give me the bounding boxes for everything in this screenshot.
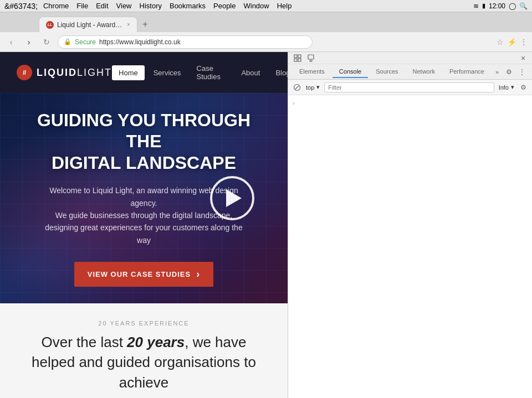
address-bar: ‹ › ↻ 🔒 Secure https://www.liquidlight.c…: [0, 32, 532, 52]
nav-case-studies[interactable]: Case Studies: [190, 61, 233, 84]
console-filter-input[interactable]: [324, 82, 494, 92]
devtools-tab-console[interactable]: Console: [332, 66, 368, 78]
mac-menubar: &#63743; Chrome File Edit View History B…: [0, 0, 532, 12]
site-header: ll LIQUIDLIGHT Home Services Case Studie…: [0, 52, 288, 93]
menu-bookmarks[interactable]: Bookmarks: [170, 2, 206, 10]
reload-button[interactable]: ↻: [40, 35, 53, 49]
menu-people[interactable]: People: [213, 2, 236, 10]
browser-menu-icon[interactable]: ⋮: [520, 38, 528, 46]
svg-rect-0: [294, 55, 297, 58]
console-context-dropdown-icon: ▾: [316, 84, 320, 91]
cta-button[interactable]: VIEW OUR CASE STUDIES ›: [74, 262, 213, 287]
console-prompt[interactable]: ›: [293, 100, 528, 106]
secure-label: Secure: [75, 38, 96, 46]
device-toggle-button[interactable]: [306, 53, 316, 63]
new-tab-button[interactable]: +: [137, 17, 153, 32]
console-level-selector[interactable]: Info ▾: [499, 84, 514, 91]
devtools-more-tabs[interactable]: »: [492, 66, 502, 77]
menu-view[interactable]: View: [116, 2, 132, 10]
years-experience-label: 20 YEARS EXPERIENCE: [22, 320, 265, 327]
console-level-dropdown-icon: ▾: [511, 84, 514, 91]
close-devtools-button[interactable]: ×: [519, 54, 528, 63]
years-emphasis: 20 years: [127, 334, 185, 350]
svg-rect-4: [308, 55, 314, 59]
console-context-label: top: [306, 84, 314, 91]
clock: 12:00: [489, 2, 505, 10]
user-icon: ◯: [509, 2, 516, 10]
console-content: ›: [288, 95, 532, 398]
menu-bar-items: Chrome File Edit View History Bookmarks …: [43, 2, 292, 10]
browser-window: LL Liquid Light - Award winning ... × + …: [0, 12, 532, 398]
website-area: ll LIQUIDLIGHT Home Services Case Studie…: [0, 52, 288, 398]
main-content: ll LIQUIDLIGHT Home Services Case Studie…: [0, 52, 532, 398]
menu-window[interactable]: Window: [243, 2, 269, 10]
svg-rect-3: [298, 59, 301, 61]
forward-button[interactable]: ›: [22, 35, 35, 49]
console-toolbar: top ▾ Info ▾ ⚙: [288, 80, 532, 95]
console-clear-button[interactable]: [293, 83, 301, 92]
below-fold-section: 20 YEARS EXPERIENCE Over the last 20 yea…: [0, 303, 288, 398]
menu-history[interactable]: History: [140, 2, 162, 10]
tab-bar: LL Liquid Light - Award winning ... × +: [0, 12, 532, 32]
menu-file[interactable]: File: [76, 2, 88, 10]
svg-rect-1: [298, 55, 301, 58]
logo-icon: ll: [17, 65, 32, 80]
logo-text: LIQUIDLIGHT: [37, 67, 112, 79]
hero-section: GUIDING YOU THROUGH THE DIGITAL LANDSCAP…: [0, 93, 288, 303]
play-video-button[interactable]: [210, 176, 254, 220]
years-text: Over the last 20 years, we have helped a…: [22, 332, 265, 392]
devtools-tab-elements[interactable]: Elements: [293, 66, 331, 78]
site-logo: ll LIQUIDLIGHT: [17, 65, 112, 80]
cta-chevron-icon: ›: [196, 268, 200, 280]
site-nav: Home Services Case Studies About Blog Co…: [112, 61, 288, 84]
nav-home[interactable]: Home: [112, 65, 145, 80]
devtools-panel: × Elements Console Sources Network Perfo…: [288, 52, 532, 398]
secure-icon: 🔒: [64, 38, 71, 45]
play-triangle-icon: [226, 189, 242, 207]
console-level-label: Info: [499, 84, 509, 91]
console-context-selector[interactable]: top ▾: [306, 84, 320, 91]
tab-bar-container: LL Liquid Light - Award winning ... × +: [0, 12, 532, 32]
devtools-settings-icon[interactable]: ⚙: [503, 66, 514, 77]
devtools-tab-network[interactable]: Network: [406, 66, 442, 78]
tab-favicon: LL: [46, 21, 54, 29]
devtools-more-icon[interactable]: ⋮: [516, 66, 528, 77]
url-text: https://www.liquidlight.co.uk: [99, 38, 181, 46]
menubar-right-icons: ≋ ▮ 12:00 ◯ 🔍: [473, 2, 528, 10]
nav-blog[interactable]: Blog: [269, 65, 288, 80]
tab-close-button[interactable]: ×: [127, 22, 130, 28]
address-right-icons: ☆ ⚡ ⋮: [497, 38, 528, 46]
address-bar-input[interactable]: 🔒 Secure https://www.liquidlight.co.uk: [58, 35, 313, 49]
console-settings-button[interactable]: ⚙: [519, 83, 528, 92]
cta-label: VIEW OUR CASE STUDIES: [88, 270, 191, 278]
nav-about[interactable]: About: [234, 65, 267, 80]
apple-menu[interactable]: &#63743;: [4, 2, 38, 11]
menu-edit[interactable]: Edit: [96, 2, 108, 10]
battery-icon: ▮: [482, 2, 485, 9]
nav-services[interactable]: Services: [147, 65, 188, 80]
svg-rect-5: [310, 60, 312, 61]
tab-title: Liquid Light - Award winning ...: [57, 21, 124, 29]
devtools-tab-sources[interactable]: Sources: [369, 66, 405, 78]
bookmark-icon[interactable]: ☆: [497, 38, 504, 46]
menu-chrome[interactable]: Chrome: [43, 2, 69, 10]
devtools-top-bar: ×: [288, 52, 532, 64]
search-icon[interactable]: 🔍: [519, 2, 528, 10]
wifi-icon: ≋: [473, 2, 479, 10]
svg-rect-2: [294, 59, 297, 61]
devtools-tabs: Elements Console Sources Network Perform…: [288, 64, 532, 80]
extensions-icon[interactable]: ⚡: [507, 38, 516, 46]
browser-tab-active[interactable]: LL Liquid Light - Award winning ... ×: [39, 17, 137, 32]
hero-title: GUIDING YOU THROUGH THE DIGITAL LANDSCAP…: [22, 110, 265, 173]
inspect-element-button[interactable]: [293, 53, 303, 63]
devtools-tab-performance[interactable]: Performance: [443, 66, 491, 78]
svg-line-7: [295, 86, 299, 89]
back-button[interactable]: ‹: [4, 35, 18, 49]
menu-help[interactable]: Help: [277, 2, 292, 10]
